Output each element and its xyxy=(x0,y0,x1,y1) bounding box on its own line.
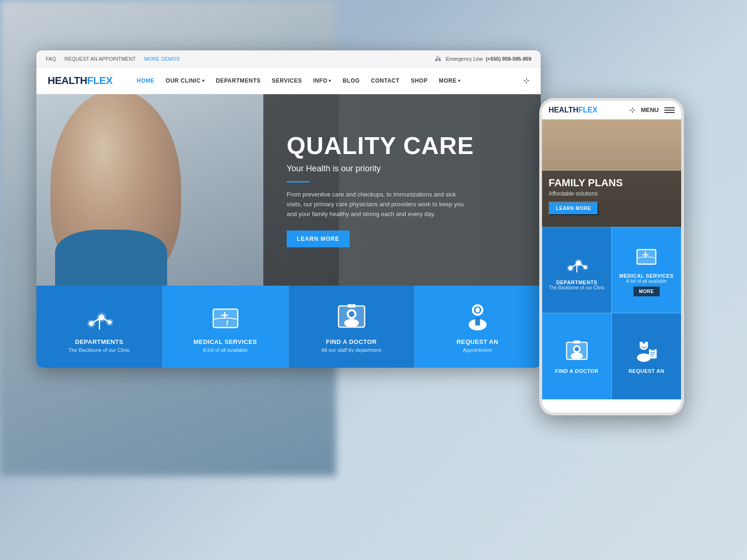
hero-subtitle: Your Health is our priority xyxy=(287,164,517,174)
logo-health: HEALTH xyxy=(48,75,87,86)
doctor-scrub xyxy=(55,230,167,286)
phone-hero-overlay: FAMILY PLANS Affordable solutions LEARN … xyxy=(542,171,681,227)
departments-icon xyxy=(83,301,116,334)
browser-window: FAQ REQUEST AN APPOINTMENT MORE DEMOS 🚑 … xyxy=(36,50,541,368)
hero-divider xyxy=(287,181,310,182)
emergency-info: 🚑 Emergency Line (+555) 959-595-959 xyxy=(435,56,531,62)
service-sub-departments: The Backbone of our Clinic xyxy=(68,347,130,353)
share-icon[interactable]: ⊹ xyxy=(523,76,529,85)
svg-rect-40 xyxy=(642,341,645,344)
svg-rect-35 xyxy=(573,341,580,343)
find-doctor-icon xyxy=(335,301,368,334)
phone-request-icon xyxy=(634,339,659,364)
svg-rect-15 xyxy=(347,304,356,308)
nav-home[interactable]: HOME xyxy=(131,77,160,84)
phone-hero: FAMILY PLANS Affordable solutions LEARN … xyxy=(542,119,681,227)
medical-icon xyxy=(209,301,242,334)
phone-learn-more-btn[interactable]: LEARN MORE xyxy=(549,202,599,215)
faq-link[interactable]: FAQ xyxy=(46,56,56,62)
service-medical[interactable]: MEDICAL SERVICES A list of all available xyxy=(162,286,289,368)
phone-find-doctor-title: FIND A DOCTOR xyxy=(555,368,599,374)
request-icon xyxy=(461,301,494,334)
phone-logo[interactable]: HEALTHFLEX xyxy=(549,106,598,114)
hero-overlay: QUALITY CARE Your Health is our priority… xyxy=(263,94,541,286)
phone-hero-title: FAMILY PLANS xyxy=(549,177,675,189)
svg-rect-18 xyxy=(475,308,479,313)
service-title-doctor: FIND A DOCTOR xyxy=(326,338,377,345)
nav-blog[interactable]: BLOG xyxy=(337,77,366,84)
service-title-request: REQUEST AN xyxy=(457,338,499,345)
nav-our-clinic[interactable]: OUR CLINIC ▾ xyxy=(160,77,211,84)
phone-grid: DEPARTMENTS The Backbone of our Clinic M… xyxy=(542,227,681,399)
nav-shop[interactable]: SHOP xyxy=(405,77,433,84)
svg-point-34 xyxy=(571,352,583,359)
nav-departments[interactable]: DEPARTMENTS xyxy=(210,77,266,84)
phone-header: HEALTHFLEX ⊹ MENU xyxy=(542,101,681,119)
hero-description: From preventive care and checkups, to im… xyxy=(287,190,464,219)
service-find-doctor[interactable]: FIND A DOCTOR All our staff by departmen… xyxy=(289,286,415,368)
more-arrow: ▾ xyxy=(458,78,461,83)
emergency-label: Emergency Line xyxy=(446,56,483,62)
phone-departments-icon xyxy=(564,250,590,276)
service-sub-request: Appointment xyxy=(463,347,492,353)
nav-links: HOME OUR CLINIC ▾ DEPARTMENTS SERVICES I… xyxy=(131,77,523,84)
phone-hamburger-icon[interactable] xyxy=(664,107,675,113)
phone-logo-flex: FLEX xyxy=(578,106,598,114)
phone-departments[interactable]: DEPARTMENTS The Backbone of our Clinic xyxy=(542,227,612,313)
service-request[interactable]: REQUEST AN Appointment xyxy=(415,286,541,368)
service-sub-doctor: All our staff by department xyxy=(321,347,381,353)
phone-request-title: REQUEST AN xyxy=(628,368,664,374)
service-title-medical: MEDICAL SERVICES xyxy=(193,338,257,345)
phone-medical-title: MEDICAL SERVICES xyxy=(619,273,673,279)
top-bar-links: FAQ REQUEST AN APPOINTMENT MORE DEMOS xyxy=(46,56,180,62)
nav-info[interactable]: INFO ▾ xyxy=(308,77,337,84)
mobile-phone: HEALTHFLEX ⊹ MENU FAMILY PLANS Affordabl… xyxy=(539,98,684,415)
logo-flex: FLEX xyxy=(87,75,113,86)
phone-logo-health: HEALTH xyxy=(549,106,578,114)
svg-rect-42 xyxy=(649,349,657,358)
info-arrow: ▾ xyxy=(329,78,331,83)
services-bar: DEPARTMENTS The Backbone of our Clinic M… xyxy=(36,286,541,368)
svg-point-14 xyxy=(344,319,359,327)
phone-find-doctor[interactable]: FIND A DOCTOR xyxy=(542,313,612,399)
phone-departments-sub: The Backbone of our Clinic xyxy=(549,285,605,290)
phone-find-doctor-icon xyxy=(564,339,590,364)
phone-request[interactable]: REQUEST AN xyxy=(612,313,681,399)
phone-share-icon[interactable]: ⊹ xyxy=(629,105,635,114)
svg-rect-20 xyxy=(475,317,480,326)
more-demos-link[interactable]: MORE DEMOS xyxy=(144,56,180,62)
emergency-number: (+555) 959-595-959 xyxy=(486,56,531,62)
svg-point-33 xyxy=(575,347,579,351)
phone-hero-subtitle: Affordable solutions xyxy=(549,190,675,197)
svg-point-41 xyxy=(637,353,650,362)
service-title-departments: DEPARTMENTS xyxy=(75,338,123,345)
our-clinic-arrow: ▾ xyxy=(202,78,205,83)
phone-more-btn[interactable]: MORE xyxy=(634,287,660,296)
nav-services[interactable]: SERVICES xyxy=(266,77,307,84)
service-sub-medical: A list of all available xyxy=(203,347,248,353)
phone-menu-label[interactable]: MENU xyxy=(641,106,659,113)
appointment-link[interactable]: REQUEST AN APPOINTMENT xyxy=(64,56,136,62)
hero-section: QUALITY CARE Your Health is our priority… xyxy=(36,94,541,286)
emergency-icon: 🚑 xyxy=(435,56,441,62)
phone-medical-icon xyxy=(634,244,659,269)
svg-point-13 xyxy=(348,311,354,316)
service-departments[interactable]: DEPARTMENTS The Backbone of our Clinic xyxy=(36,286,162,368)
site-logo[interactable]: HEALTHFLEX xyxy=(48,75,113,87)
top-bar: FAQ REQUEST AN APPOINTMENT MORE DEMOS 🚑 … xyxy=(36,50,541,67)
nav-contact[interactable]: CONTACT xyxy=(366,77,405,84)
phone-medical[interactable]: MEDICAL SERVICES A list of all available… xyxy=(612,227,681,313)
hero-learn-more-btn[interactable]: LEARN MORE xyxy=(287,231,350,247)
svg-rect-43 xyxy=(651,348,655,350)
hero-title: QUALITY CARE xyxy=(287,133,517,159)
phone-header-right: ⊹ MENU xyxy=(629,105,675,114)
phone-medical-sub: A list of all available xyxy=(626,279,667,284)
phone-departments-title: DEPARTMENTS xyxy=(556,280,597,285)
nav-more[interactable]: MORE ▾ xyxy=(433,77,466,84)
nav-bar: HEALTHFLEX HOME OUR CLINIC ▾ DEPARTMENTS… xyxy=(36,67,541,94)
